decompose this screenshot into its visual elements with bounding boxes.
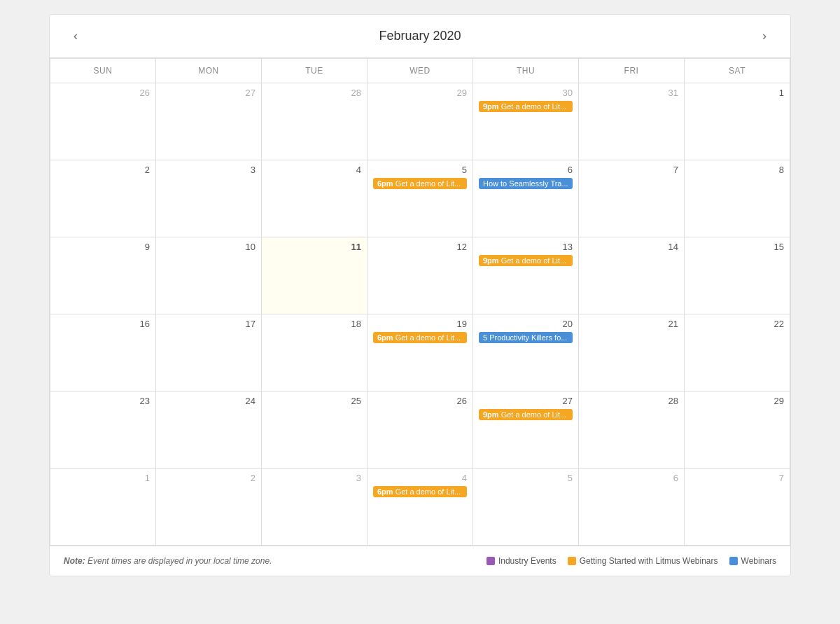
day-number: 25: [267, 396, 361, 406]
weekday-header-sun: SUN: [50, 59, 156, 83]
calendar-cell: 29: [368, 83, 473, 160]
day-number: 14: [584, 242, 678, 252]
prev-month-button[interactable]: ‹: [66, 26, 85, 46]
note-text: Event times are displayed in your local …: [88, 556, 272, 566]
footer-note: Note: Event times are displayed in your …: [64, 556, 272, 566]
calendar-cell: 9: [50, 237, 156, 314]
day-number: 26: [56, 88, 150, 98]
calendar-cell: 14: [579, 237, 685, 314]
calendar-cell: 196pmGet a demo of Lit...: [368, 314, 473, 391]
calendar-cell: 28: [262, 83, 368, 160]
day-number: 20: [479, 319, 573, 329]
calendar-event[interactable]: 9pmGet a demo of Lit...: [479, 101, 573, 112]
calendar-cell: 8: [685, 160, 790, 237]
day-number: 28: [584, 396, 678, 406]
calendar-cell: 24: [156, 391, 262, 469]
weekday-header-fri: FRI: [579, 59, 685, 83]
day-number: 27: [479, 396, 573, 406]
event-time: 9pm: [483, 410, 499, 419]
day-number: 1: [56, 473, 150, 483]
calendar-cell: 26: [50, 83, 156, 160]
calendar-title: February 2020: [379, 29, 461, 43]
calendar-cell: 25: [262, 391, 368, 469]
day-number: 4: [373, 473, 467, 483]
event-text: Get a demo of Lit...: [396, 179, 461, 188]
calendar-grid: SUNMONTUEWEDTHUFRISAT 26272829309pmGet a…: [50, 58, 790, 546]
calendar-cell: 3: [262, 469, 368, 546]
calendar-header: ‹ February 2020 ›: [50, 15, 790, 58]
calendar-event[interactable]: 9pmGet a demo of Lit...: [479, 255, 573, 266]
weekday-header-mon: MON: [156, 59, 262, 83]
calendar-cell: 205 Productivity Killers fo...: [473, 314, 579, 391]
day-number: 7: [584, 165, 678, 175]
calendar-cell: 1: [685, 83, 790, 160]
calendar-cell: 11: [262, 237, 368, 314]
day-number: 2: [162, 473, 255, 483]
calendar-event[interactable]: How to Seamlessly Tra...: [479, 178, 573, 189]
day-number: 19: [373, 319, 467, 329]
legend-dot-purple: [486, 557, 495, 565]
legend-item: Webinars: [729, 556, 776, 566]
day-number: 28: [267, 88, 361, 98]
calendar-cell: 3: [156, 160, 262, 237]
calendar-footer: Note: Event times are displayed in your …: [50, 546, 790, 576]
calendar-cell: 26: [368, 391, 473, 469]
legend-item: Getting Started with Litmus Webinars: [568, 556, 718, 566]
legend-label: Industry Events: [498, 556, 556, 566]
day-number: 24: [162, 396, 255, 406]
calendar-cell: 28: [579, 391, 685, 469]
day-number: 9: [56, 242, 150, 252]
day-number: 12: [373, 242, 467, 252]
day-number: 4: [267, 165, 361, 175]
day-number: 5: [373, 165, 467, 175]
day-number: 8: [690, 165, 784, 175]
event-time: 6pm: [377, 179, 393, 188]
calendar-cell: 6: [579, 469, 685, 546]
calendar-cell: 17: [156, 314, 262, 391]
event-text: 5 Productivity Killers fo...: [483, 333, 567, 342]
calendar-cell: 23: [50, 391, 156, 469]
calendar-cell: 22: [685, 314, 790, 391]
day-number: 13: [479, 242, 573, 252]
legend: Industry EventsGetting Started with Litm…: [486, 556, 776, 566]
event-text: Get a demo of Lit...: [501, 102, 567, 111]
event-time: 6pm: [377, 487, 393, 496]
day-number: 3: [162, 165, 255, 175]
calendar-cell: 6How to Seamlessly Tra...: [473, 160, 579, 237]
event-text: Get a demo of Lit...: [501, 410, 567, 419]
legend-label: Webinars: [741, 556, 776, 566]
calendar-cell: 2: [156, 469, 262, 546]
day-number: 29: [690, 396, 784, 406]
calendar-event[interactable]: 9pmGet a demo of Lit...: [479, 409, 573, 420]
day-number: 16: [56, 319, 150, 329]
day-number: 30: [479, 88, 573, 98]
calendar-event[interactable]: 5 Productivity Killers fo...: [479, 332, 573, 343]
legend-label: Getting Started with Litmus Webinars: [580, 556, 718, 566]
day-number: 6: [479, 165, 573, 175]
day-number: 15: [690, 242, 784, 252]
next-month-button[interactable]: ›: [755, 26, 774, 46]
day-number: 29: [373, 88, 467, 98]
day-number: 1: [690, 88, 784, 98]
calendar-cell: 12: [368, 237, 473, 314]
calendar-cell: 15: [685, 237, 790, 314]
calendar-event[interactable]: 6pmGet a demo of Lit...: [373, 486, 467, 497]
day-number: 31: [584, 88, 678, 98]
calendar-cell: 4: [262, 160, 368, 237]
day-number: 23: [56, 396, 150, 406]
day-number: 26: [373, 396, 467, 406]
day-number: 11: [267, 242, 361, 252]
event-time: 6pm: [377, 333, 393, 342]
legend-item: Industry Events: [486, 556, 556, 566]
weekday-header-thu: THU: [473, 59, 579, 83]
day-number: 6: [584, 473, 678, 483]
calendar-cell: 1: [50, 469, 156, 546]
day-number: 22: [690, 319, 784, 329]
event-text: Get a demo of Lit...: [396, 487, 461, 496]
calendar-event[interactable]: 6pmGet a demo of Lit...: [373, 178, 467, 189]
calendar-cell: 5: [473, 469, 579, 546]
day-number: 18: [267, 319, 361, 329]
calendar-cell: 31: [579, 83, 685, 160]
calendar-event[interactable]: 6pmGet a demo of Lit...: [373, 332, 467, 343]
calendar-cell: 46pmGet a demo of Lit...: [368, 469, 473, 546]
